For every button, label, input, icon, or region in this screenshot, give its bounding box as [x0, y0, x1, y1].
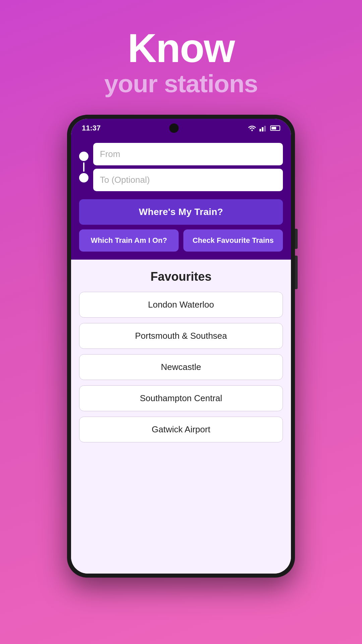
search-row	[79, 143, 283, 191]
battery-fill	[272, 127, 276, 129]
favourite-item[interactable]: Gatwick Airport	[79, 417, 283, 442]
route-icon	[79, 152, 88, 182]
to-input[interactable]	[93, 169, 283, 191]
favourite-item[interactable]: London Waterloo	[79, 292, 283, 318]
favourites-section: Favourites London WaterlooPortsmouth & S…	[71, 260, 291, 574]
which-train-button[interactable]: Which Train Am I On?	[79, 229, 179, 252]
phone-frame: 11:37	[67, 115, 295, 578]
check-favourites-button[interactable]: Check Favourite Trains	[183, 229, 283, 252]
wifi-icon	[247, 125, 257, 131]
status-time: 11:37	[82, 124, 101, 132]
svg-point-0	[251, 130, 253, 131]
wheres-my-train-button[interactable]: Where's My Train?	[79, 199, 283, 225]
phone-screen: 11:37	[71, 119, 291, 574]
svg-rect-2	[262, 127, 263, 131]
favourite-item[interactable]: Southampton Central	[79, 385, 283, 411]
headline-know: Know	[128, 27, 235, 69]
favourite-item[interactable]: Portsmouth & Southsea	[79, 323, 283, 349]
svg-rect-1	[259, 129, 261, 131]
headline-section: Know your stations	[104, 0, 258, 98]
headline-subtitle: your stations	[104, 69, 258, 98]
phone-side-button	[295, 229, 298, 249]
route-dot-top	[79, 152, 88, 161]
status-icons	[247, 125, 280, 131]
favourites-title: Favourites	[79, 270, 283, 284]
app-header: Where's My Train? Which Train Am I On? C…	[71, 136, 291, 260]
status-bar: 11:37	[71, 119, 291, 136]
camera-notch	[169, 123, 179, 133]
inputs-column	[93, 143, 283, 191]
signal-icon	[259, 125, 267, 131]
favourites-list: London WaterlooPortsmouth & SouthseaNewc…	[79, 292, 283, 442]
route-dot-bottom	[79, 173, 88, 182]
battery-icon	[270, 125, 280, 131]
phone-side-button-2	[295, 256, 298, 289]
route-line	[83, 162, 84, 172]
favourite-item[interactable]: Newcastle	[79, 354, 283, 380]
secondary-buttons-row: Which Train Am I On? Check Favourite Tra…	[79, 229, 283, 252]
svg-rect-3	[264, 126, 266, 131]
from-input[interactable]	[93, 143, 283, 165]
